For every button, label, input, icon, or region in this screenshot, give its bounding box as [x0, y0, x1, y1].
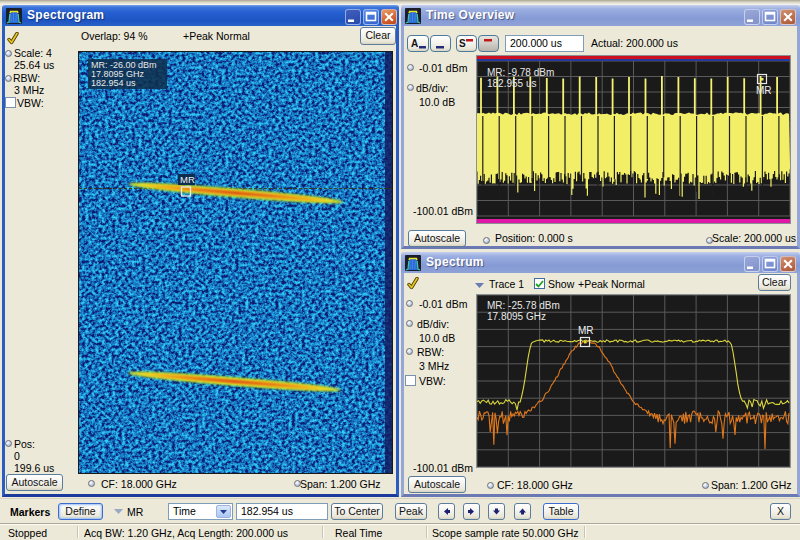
- svg-text:S: S: [459, 38, 466, 49]
- svg-text:MR: -25.78 dBm: MR: -25.78 dBm: [487, 300, 560, 311]
- svg-text:182.955 us: 182.955 us: [487, 78, 537, 89]
- svg-text:MR: MR: [180, 174, 195, 185]
- svg-text:MR: MR: [756, 85, 772, 96]
- svg-text:182.954 us: 182.954 us: [91, 78, 136, 88]
- svg-text:MR: MR: [578, 325, 594, 336]
- svg-text:MR: -9.78 dBm: MR: -9.78 dBm: [487, 67, 554, 78]
- svg-text:A: A: [411, 38, 418, 49]
- svg-text:17.8095 GHz: 17.8095 GHz: [487, 311, 546, 322]
